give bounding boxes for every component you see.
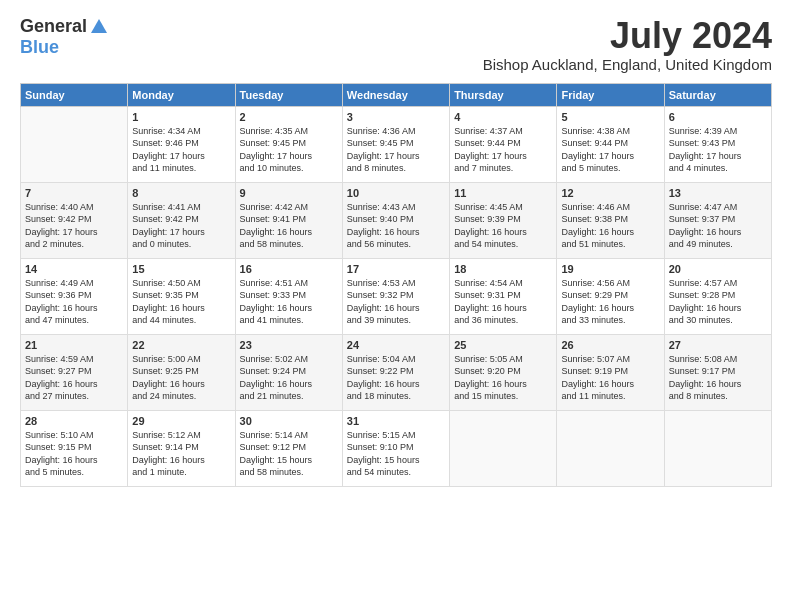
cell-content: Sunrise: 5:14 AM Sunset: 9:12 PM Dayligh… (240, 429, 338, 479)
calendar-cell: 16Sunrise: 4:51 AM Sunset: 9:33 PM Dayli… (235, 258, 342, 334)
cell-content: Sunrise: 4:37 AM Sunset: 9:44 PM Dayligh… (454, 125, 552, 175)
calendar-cell: 20Sunrise: 4:57 AM Sunset: 9:28 PM Dayli… (664, 258, 771, 334)
calendar-cell: 26Sunrise: 5:07 AM Sunset: 9:19 PM Dayli… (557, 334, 664, 410)
calendar-cell: 31Sunrise: 5:15 AM Sunset: 9:10 PM Dayli… (342, 410, 449, 486)
cell-content: Sunrise: 4:42 AM Sunset: 9:41 PM Dayligh… (240, 201, 338, 251)
calendar-table: SundayMondayTuesdayWednesdayThursdayFrid… (20, 83, 772, 487)
cell-content: Sunrise: 4:51 AM Sunset: 9:33 PM Dayligh… (240, 277, 338, 327)
calendar-cell: 12Sunrise: 4:46 AM Sunset: 9:38 PM Dayli… (557, 182, 664, 258)
calendar-cell: 22Sunrise: 5:00 AM Sunset: 9:25 PM Dayli… (128, 334, 235, 410)
cell-content: Sunrise: 4:49 AM Sunset: 9:36 PM Dayligh… (25, 277, 123, 327)
cell-content: Sunrise: 5:07 AM Sunset: 9:19 PM Dayligh… (561, 353, 659, 403)
cell-content: Sunrise: 4:38 AM Sunset: 9:44 PM Dayligh… (561, 125, 659, 175)
calendar-cell: 5Sunrise: 4:38 AM Sunset: 9:44 PM Daylig… (557, 106, 664, 182)
logo: General Blue (20, 16, 109, 58)
day-number: 3 (347, 111, 445, 123)
week-row-3: 14Sunrise: 4:49 AM Sunset: 9:36 PM Dayli… (21, 258, 772, 334)
location: Bishop Auckland, England, United Kingdom (483, 56, 772, 73)
cell-content: Sunrise: 5:04 AM Sunset: 9:22 PM Dayligh… (347, 353, 445, 403)
cell-content: Sunrise: 4:34 AM Sunset: 9:46 PM Dayligh… (132, 125, 230, 175)
cell-content: Sunrise: 4:59 AM Sunset: 9:27 PM Dayligh… (25, 353, 123, 403)
cell-content: Sunrise: 4:57 AM Sunset: 9:28 PM Dayligh… (669, 277, 767, 327)
day-number: 21 (25, 339, 123, 351)
calendar-cell: 3Sunrise: 4:36 AM Sunset: 9:45 PM Daylig… (342, 106, 449, 182)
calendar-cell: 29Sunrise: 5:12 AM Sunset: 9:14 PM Dayli… (128, 410, 235, 486)
week-row-1: 1Sunrise: 4:34 AM Sunset: 9:46 PM Daylig… (21, 106, 772, 182)
calendar-cell: 27Sunrise: 5:08 AM Sunset: 9:17 PM Dayli… (664, 334, 771, 410)
cell-content: Sunrise: 5:10 AM Sunset: 9:15 PM Dayligh… (25, 429, 123, 479)
calendar-cell (21, 106, 128, 182)
calendar-cell: 18Sunrise: 4:54 AM Sunset: 9:31 PM Dayli… (450, 258, 557, 334)
calendar-cell (450, 410, 557, 486)
day-number: 16 (240, 263, 338, 275)
calendar-cell (557, 410, 664, 486)
cell-content: Sunrise: 4:40 AM Sunset: 9:42 PM Dayligh… (25, 201, 123, 251)
calendar-cell: 19Sunrise: 4:56 AM Sunset: 9:29 PM Dayli… (557, 258, 664, 334)
header-row: SundayMondayTuesdayWednesdayThursdayFrid… (21, 83, 772, 106)
day-number: 30 (240, 415, 338, 427)
calendar-cell: 10Sunrise: 4:43 AM Sunset: 9:40 PM Dayli… (342, 182, 449, 258)
day-number: 18 (454, 263, 552, 275)
month-title: July 2024 (483, 16, 772, 56)
calendar-cell: 30Sunrise: 5:14 AM Sunset: 9:12 PM Dayli… (235, 410, 342, 486)
cell-content: Sunrise: 5:08 AM Sunset: 9:17 PM Dayligh… (669, 353, 767, 403)
logo-icon (89, 17, 109, 37)
cell-content: Sunrise: 4:46 AM Sunset: 9:38 PM Dayligh… (561, 201, 659, 251)
calendar-cell: 14Sunrise: 4:49 AM Sunset: 9:36 PM Dayli… (21, 258, 128, 334)
week-row-5: 28Sunrise: 5:10 AM Sunset: 9:15 PM Dayli… (21, 410, 772, 486)
calendar-cell: 23Sunrise: 5:02 AM Sunset: 9:24 PM Dayli… (235, 334, 342, 410)
day-number: 27 (669, 339, 767, 351)
calendar-cell: 24Sunrise: 5:04 AM Sunset: 9:22 PM Dayli… (342, 334, 449, 410)
calendar-cell: 17Sunrise: 4:53 AM Sunset: 9:32 PM Dayli… (342, 258, 449, 334)
day-number: 24 (347, 339, 445, 351)
day-number: 22 (132, 339, 230, 351)
calendar-cell: 15Sunrise: 4:50 AM Sunset: 9:35 PM Dayli… (128, 258, 235, 334)
cell-content: Sunrise: 5:12 AM Sunset: 9:14 PM Dayligh… (132, 429, 230, 479)
day-number: 28 (25, 415, 123, 427)
calendar-cell: 11Sunrise: 4:45 AM Sunset: 9:39 PM Dayli… (450, 182, 557, 258)
day-number: 20 (669, 263, 767, 275)
calendar-cell: 21Sunrise: 4:59 AM Sunset: 9:27 PM Dayli… (21, 334, 128, 410)
day-number: 4 (454, 111, 552, 123)
day-number: 2 (240, 111, 338, 123)
day-number: 5 (561, 111, 659, 123)
svg-marker-0 (91, 19, 107, 33)
header-tuesday: Tuesday (235, 83, 342, 106)
calendar-cell: 6Sunrise: 4:39 AM Sunset: 9:43 PM Daylig… (664, 106, 771, 182)
day-number: 31 (347, 415, 445, 427)
cell-content: Sunrise: 4:43 AM Sunset: 9:40 PM Dayligh… (347, 201, 445, 251)
day-number: 23 (240, 339, 338, 351)
cell-content: Sunrise: 5:02 AM Sunset: 9:24 PM Dayligh… (240, 353, 338, 403)
day-number: 14 (25, 263, 123, 275)
cell-content: Sunrise: 5:00 AM Sunset: 9:25 PM Dayligh… (132, 353, 230, 403)
calendar-cell: 7Sunrise: 4:40 AM Sunset: 9:42 PM Daylig… (21, 182, 128, 258)
cell-content: Sunrise: 4:47 AM Sunset: 9:37 PM Dayligh… (669, 201, 767, 251)
header-saturday: Saturday (664, 83, 771, 106)
calendar-cell: 9Sunrise: 4:42 AM Sunset: 9:41 PM Daylig… (235, 182, 342, 258)
day-number: 8 (132, 187, 230, 199)
cell-content: Sunrise: 4:56 AM Sunset: 9:29 PM Dayligh… (561, 277, 659, 327)
day-number: 10 (347, 187, 445, 199)
day-number: 19 (561, 263, 659, 275)
cell-content: Sunrise: 4:53 AM Sunset: 9:32 PM Dayligh… (347, 277, 445, 327)
header-sunday: Sunday (21, 83, 128, 106)
cell-content: Sunrise: 4:35 AM Sunset: 9:45 PM Dayligh… (240, 125, 338, 175)
header-wednesday: Wednesday (342, 83, 449, 106)
cell-content: Sunrise: 4:50 AM Sunset: 9:35 PM Dayligh… (132, 277, 230, 327)
cell-content: Sunrise: 4:45 AM Sunset: 9:39 PM Dayligh… (454, 201, 552, 251)
day-number: 7 (25, 187, 123, 199)
header-thursday: Thursday (450, 83, 557, 106)
cell-content: Sunrise: 4:39 AM Sunset: 9:43 PM Dayligh… (669, 125, 767, 175)
cell-content: Sunrise: 4:54 AM Sunset: 9:31 PM Dayligh… (454, 277, 552, 327)
day-number: 6 (669, 111, 767, 123)
calendar-cell: 25Sunrise: 5:05 AM Sunset: 9:20 PM Dayli… (450, 334, 557, 410)
header-friday: Friday (557, 83, 664, 106)
day-number: 11 (454, 187, 552, 199)
logo-general: General (20, 16, 87, 37)
title-block: July 2024 Bishop Auckland, England, Unit… (483, 16, 772, 73)
day-number: 15 (132, 263, 230, 275)
day-number: 29 (132, 415, 230, 427)
cell-content: Sunrise: 5:05 AM Sunset: 9:20 PM Dayligh… (454, 353, 552, 403)
calendar-cell: 4Sunrise: 4:37 AM Sunset: 9:44 PM Daylig… (450, 106, 557, 182)
calendar-cell: 1Sunrise: 4:34 AM Sunset: 9:46 PM Daylig… (128, 106, 235, 182)
